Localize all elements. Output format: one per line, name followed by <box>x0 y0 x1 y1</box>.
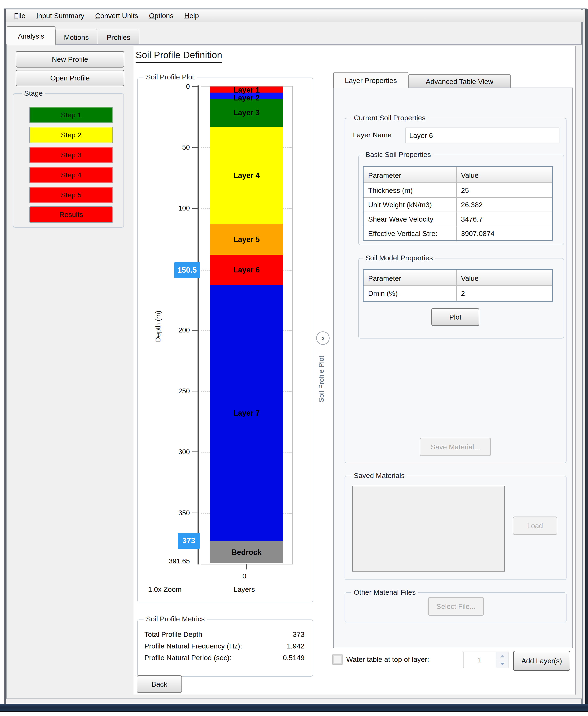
basic-soil-table: Parameter Value Thickness (m) 25 Unit We… <box>363 166 553 241</box>
x-axis-label: Layers <box>234 585 255 593</box>
basic-row-divider-2 <box>363 212 552 212</box>
results-button[interactable]: Results <box>29 207 113 223</box>
back-button[interactable]: Back <box>136 675 182 693</box>
step-5-button[interactable]: Step 5 <box>29 187 113 203</box>
layer-3-label: Layer 3 <box>233 108 260 117</box>
plot-button[interactable]: Plot <box>432 308 479 326</box>
metric-depth-label: Total Profile Depth <box>144 630 202 638</box>
metric-period-label: Profile Natural Period (sec): <box>144 654 232 662</box>
basic-row-shear-wave-value[interactable]: 3476.7 <box>461 215 483 223</box>
x-tick-mark <box>246 564 247 569</box>
save-material-button[interactable]: Save Material... <box>420 438 491 456</box>
metric-frequency-label: Profile Natural Frequency (Hz): <box>144 642 242 650</box>
menu-bar: File Input Summary Convert Units Options… <box>6 9 584 22</box>
saved-materials-list[interactable] <box>352 486 505 571</box>
layer-5-label: Layer 5 <box>233 235 260 244</box>
tab-profiles[interactable]: Profiles <box>98 29 139 45</box>
ytick-label-250: 250 <box>161 387 190 395</box>
tab-layer-properties[interactable]: Layer Properties <box>333 72 408 88</box>
water-table-label: Water table at top of layer: <box>346 655 429 664</box>
tick-200 <box>192 330 198 331</box>
tick-50 <box>192 147 198 148</box>
tab-advanced-table-view[interactable]: Advanced Table View <box>408 74 511 88</box>
basic-row-unit-weight-label[interactable]: Unit Weight (kN/m3) <box>368 200 432 209</box>
app-window: File Input Summary Convert Units Options… <box>0 0 588 716</box>
tick-100 <box>192 208 198 209</box>
basic-row-effective-stress-label[interactable]: Effective Vertical Stre: <box>368 229 456 238</box>
bottom-bar-edge <box>0 711 588 712</box>
soil-model-group-title: Soil Model Properties <box>363 254 435 262</box>
x-tick-label: 0 <box>243 572 246 580</box>
saved-materials-group-title: Saved Materials <box>351 472 407 480</box>
basic-header-parameter: Parameter <box>368 171 401 179</box>
basic-row-thickness-label[interactable]: Thickness (m) <box>368 186 413 194</box>
basic-row-shear-wave-label[interactable]: Shear Wave Velocity <box>368 215 433 223</box>
menu-convert-units[interactable]: Convert Units <box>90 10 144 21</box>
down-triangle-icon <box>500 663 504 665</box>
ytick-label-0: 0 <box>161 82 190 91</box>
highlight-tick-150-5: 150.5 <box>174 262 200 278</box>
basic-row-unit-weight-value[interactable]: 26.382 <box>461 200 483 209</box>
select-file-button[interactable]: Select File... <box>428 597 484 616</box>
page-title: Soil Profile Definition <box>135 50 222 63</box>
model-row-dmin-label[interactable]: Dmin (%) <box>368 289 398 298</box>
basic-row-divider-3 <box>363 226 552 226</box>
layer-7-label: Layer 7 <box>233 409 260 417</box>
menu-file[interactable]: File <box>8 10 31 21</box>
metric-period-value: 0.5149 <box>246 654 304 662</box>
spinner-up-icon[interactable] <box>496 652 508 660</box>
spinner-down-icon[interactable] <box>496 660 508 668</box>
ytick-label-350: 350 <box>161 509 190 517</box>
step-2-button[interactable]: Step 2 <box>29 127 113 143</box>
ytick-label-391-65: 391.65 <box>146 557 190 565</box>
window-edge-shadow <box>585 9 588 704</box>
basic-soil-group-title: Basic Soil Properties <box>363 151 434 159</box>
open-profile-button[interactable]: Open Profile <box>16 70 124 86</box>
soil-model-table: Parameter Value Dmin (%) 2 <box>363 269 553 302</box>
layer-number-spinner[interactable]: 1 <box>463 652 509 668</box>
basic-table-column-divider <box>456 167 457 240</box>
step-1-button[interactable]: Step 1 <box>29 107 113 123</box>
ytick-label-100: 100 <box>161 204 190 212</box>
zoom-level-label: 1.0x Zoom <box>148 585 182 593</box>
water-table-checkbox[interactable] <box>333 654 342 665</box>
menu-input-summary[interactable]: Input Summary <box>31 10 90 21</box>
bottom-bar <box>0 704 588 711</box>
metrics-group-title: Soil Profile Metrics <box>144 615 207 623</box>
layer-2-label: Layer 2 <box>233 93 260 102</box>
layer-1-label: Layer 1 <box>233 86 260 94</box>
y-axis-title: Depth (m) <box>154 292 164 361</box>
model-table-column-divider <box>456 270 457 301</box>
highlight-tick-373: 373 <box>178 533 200 549</box>
soil-profile-plot-group-title: Soil Profile Plot <box>144 73 197 81</box>
splitter-label[interactable]: Soil Profile Plot <box>317 348 329 410</box>
add-layers-button[interactable]: Add Layer(s) <box>513 651 570 671</box>
basic-row-thickness-value[interactable]: 25 <box>461 186 469 194</box>
basic-row-divider-1 <box>363 197 552 198</box>
current-soil-group-title: Current Soil Properties <box>351 114 428 122</box>
new-profile-button[interactable]: New Profile <box>16 51 124 67</box>
layer-name-label: Layer Name <box>353 131 392 139</box>
other-files-group-title: Other Material Files <box>351 588 418 596</box>
menu-help[interactable]: Help <box>179 10 205 21</box>
load-button[interactable]: Load <box>513 517 557 535</box>
layer-6-label: Layer 6 <box>233 265 260 274</box>
basic-row-effective-stress-value[interactable]: 3907.0874 <box>461 229 495 238</box>
expand-chevron-icon[interactable]: › <box>316 331 330 345</box>
basic-header-value: Value <box>461 171 479 179</box>
spinner-value[interactable]: 1 <box>464 652 496 668</box>
tab-motions[interactable]: Motions <box>56 29 97 45</box>
layer-name-input[interactable]: Layer 6 <box>405 128 560 144</box>
tick-250 <box>192 391 198 391</box>
tab-analysis[interactable]: Analysis <box>7 26 56 45</box>
model-row-dmin-value[interactable]: 2 <box>461 289 465 298</box>
metric-frequency-value: 1.942 <box>246 642 304 650</box>
step-3-button[interactable]: Step 3 <box>29 147 113 163</box>
menu-options[interactable]: Options <box>144 10 179 21</box>
window-border-left <box>4 9 6 704</box>
step-4-button[interactable]: Step 4 <box>29 167 113 183</box>
up-triangle-icon <box>500 655 504 657</box>
model-header-value: Value <box>461 274 479 282</box>
tick-0 <box>192 86 198 87</box>
tick-350 <box>192 513 198 514</box>
